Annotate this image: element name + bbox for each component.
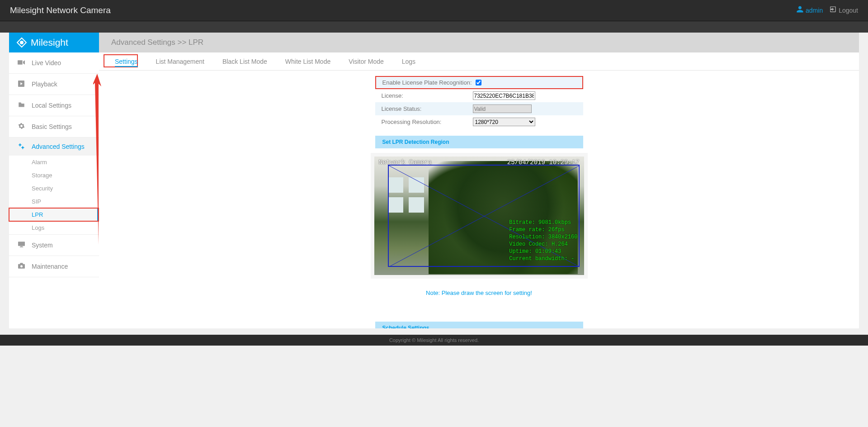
osd-stat-line: Bitrate: 9081.0kbps bbox=[509, 219, 577, 226]
folder-icon bbox=[17, 102, 25, 109]
tab-list-management[interactable]: List Management bbox=[147, 55, 213, 68]
svg-point-0 bbox=[20, 41, 23, 44]
label-resolution: Processing Resolution: bbox=[375, 119, 473, 125]
svg-point-4 bbox=[22, 147, 24, 148]
sidebar-item-live-video[interactable]: Live Video bbox=[9, 52, 99, 74]
sidebar-sub-label: Logs bbox=[32, 224, 44, 231]
sidebar: Milesight Live Video Playback Local Sett… bbox=[9, 33, 99, 328]
sidebar-sub-label: Alarm bbox=[32, 159, 47, 166]
row-enable-lpr: Enable License Plate Recognition: bbox=[375, 76, 583, 89]
sidebar-item-basic-settings[interactable]: Basic Settings bbox=[9, 116, 99, 138]
sidebar-item-label: System bbox=[32, 242, 53, 249]
sidebar-item-label: Maintenance bbox=[32, 263, 68, 270]
dark-strip bbox=[0, 21, 868, 33]
tab-white-list-mode[interactable]: White List Mode bbox=[276, 55, 340, 68]
row-license-status: License Status: bbox=[375, 102, 583, 115]
sidebar-sub-label: LPR bbox=[32, 211, 43, 218]
section-schedule-settings: Schedule Settings bbox=[375, 322, 583, 328]
osd-stat-line: Uptime: 01:09:43 bbox=[509, 248, 577, 255]
tab-logs[interactable]: Logs bbox=[393, 55, 425, 68]
osd-stat-line: Resolution: 3840x2160 bbox=[509, 233, 577, 241]
svg-point-3 bbox=[19, 144, 21, 146]
camera-icon bbox=[17, 263, 25, 270]
sidebar-sub-storage[interactable]: Storage bbox=[9, 169, 99, 182]
svg-rect-5 bbox=[18, 242, 25, 246]
sidebar-sub-lpr[interactable]: LPR bbox=[9, 208, 99, 221]
sidebar-item-label: Advanced Settings bbox=[32, 143, 85, 150]
footer: Copyright © Milesight All rights reserve… bbox=[0, 335, 868, 346]
osd-stat-line: Frame rate: 26fps bbox=[509, 226, 577, 233]
row-license: License: bbox=[375, 89, 583, 102]
label-license: License: bbox=[375, 92, 473, 99]
user-name[interactable]: admin bbox=[806, 7, 823, 14]
osd-timestamp: 25/04/2019 10:29:17 bbox=[507, 159, 580, 166]
svg-point-8 bbox=[20, 265, 23, 267]
logo-text: Milesight bbox=[31, 37, 68, 48]
tab-visitor-mode[interactable]: Visitor Mode bbox=[340, 55, 393, 68]
label-license-status: License Status: bbox=[375, 105, 473, 112]
logout-link[interactable]: Logout bbox=[839, 7, 858, 14]
logout-icon bbox=[829, 5, 837, 15]
sidebar-sub-sip[interactable]: SIP bbox=[9, 195, 99, 208]
user-icon bbox=[796, 5, 804, 15]
sidebar-item-label: Local Settings bbox=[32, 102, 71, 109]
play-icon bbox=[17, 81, 25, 88]
gears-icon bbox=[17, 142, 25, 151]
osd-camera-name: Network Camera bbox=[379, 159, 432, 166]
input-license-status bbox=[473, 104, 532, 113]
tab-settings[interactable]: Settings bbox=[106, 55, 147, 68]
app-title: Milesight Network Camera bbox=[10, 5, 111, 15]
select-resolution[interactable]: 1280*720 bbox=[473, 118, 535, 126]
sidebar-item-local-settings[interactable]: Local Settings bbox=[9, 95, 99, 116]
svg-rect-7 bbox=[19, 247, 23, 247]
svg-rect-1 bbox=[18, 60, 23, 64]
checkbox-enable-lpr[interactable] bbox=[476, 80, 481, 85]
section-detection-region: Set LPR Detection Region bbox=[375, 136, 583, 148]
content-area: Enable License Plate Recognition: Licens… bbox=[99, 71, 859, 328]
sidebar-sub-logs[interactable]: Logs bbox=[9, 221, 99, 234]
osd-stat-line: Current bandwidth: - bbox=[509, 255, 577, 262]
topbar: Milesight Network Camera admin Logout bbox=[0, 0, 868, 21]
label-enable-lpr: Enable License Plate Recognition: bbox=[376, 79, 474, 86]
video-icon bbox=[17, 59, 25, 66]
svg-rect-6 bbox=[20, 246, 23, 247]
monitor-icon bbox=[17, 242, 25, 249]
row-resolution: Processing Resolution: 1280*720 bbox=[375, 115, 583, 128]
gear-icon bbox=[17, 123, 25, 131]
sidebar-item-label: Basic Settings bbox=[32, 123, 72, 130]
sidebar-item-label: Playback bbox=[32, 81, 57, 88]
osd-stats: Bitrate: 9081.0kbps Frame rate: 26fps Re… bbox=[509, 219, 577, 262]
sidebar-sub-security[interactable]: Security bbox=[9, 182, 99, 195]
video-preview[interactable]: Network Camera 25/04/2019 10:29:17 Bitra… bbox=[371, 153, 588, 279]
sidebar-item-maintenance[interactable]: Maintenance bbox=[9, 256, 99, 277]
logo: Milesight bbox=[9, 33, 99, 52]
osd-stat-line: Video Codec: H.264 bbox=[509, 241, 577, 248]
sidebar-sub-label: Security bbox=[32, 185, 53, 192]
note-text: Note: Please draw the screen for setting… bbox=[426, 289, 532, 296]
content-scroll[interactable]: Enable License Plate Recognition: Licens… bbox=[104, 75, 854, 328]
sidebar-item-advanced-settings[interactable]: Advanced Settings bbox=[9, 138, 99, 156]
tab-black-list-mode[interactable]: Black List Mode bbox=[213, 55, 276, 68]
sidebar-item-label: Live Video bbox=[32, 59, 61, 66]
sidebar-sub-label: Storage bbox=[32, 172, 52, 179]
sidebar-item-playback[interactable]: Playback bbox=[9, 74, 99, 95]
sidebar-sub-label: SIP bbox=[32, 198, 41, 205]
tab-bar: Settings List Management Black List Mode… bbox=[99, 52, 859, 71]
sidebar-sub-alarm[interactable]: Alarm bbox=[9, 156, 99, 169]
logo-icon bbox=[16, 37, 27, 48]
input-license[interactable] bbox=[473, 91, 535, 100]
breadcrumb: Advanced Settings >> LPR bbox=[99, 33, 859, 52]
sidebar-item-system[interactable]: System bbox=[9, 235, 99, 256]
